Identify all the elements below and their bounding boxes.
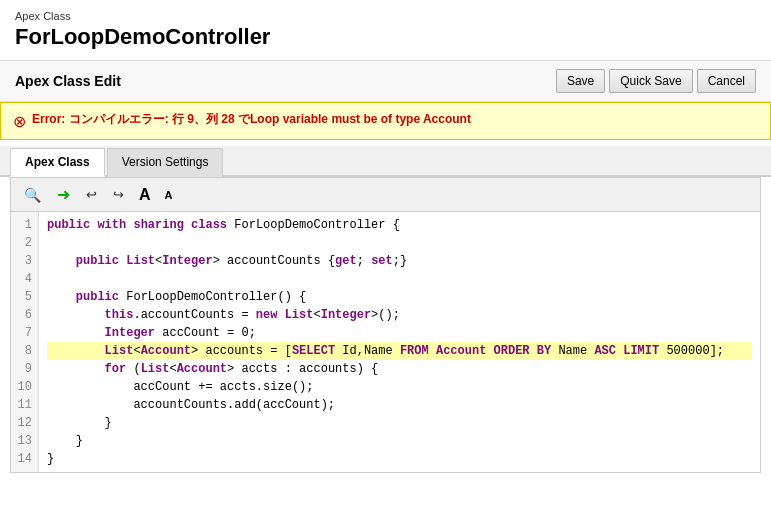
code-line-5: public ForLoopDemoController() {	[47, 288, 752, 306]
code-line-1: public with sharing class ForLoopDemoCon…	[47, 216, 752, 234]
page-title: ForLoopDemoController	[0, 24, 771, 60]
search-icon[interactable]: 🔍	[19, 184, 46, 206]
code-line-8: List<Account> accounts = [SELECT Id,Name…	[47, 342, 752, 360]
breadcrumb: Apex Class	[0, 10, 771, 24]
page-container: Apex Class ForLoopDemoController Apex Cl…	[0, 0, 771, 473]
font-smaller-button[interactable]: A	[161, 187, 177, 203]
editor-toolbar: 🔍 ➜ ↩ ↪ A A	[11, 178, 760, 212]
error-icon: ⊗	[13, 112, 26, 131]
code-editor[interactable]: public with sharing class ForLoopDemoCon…	[39, 212, 760, 472]
code-line-6: this.accountCounts = new List<Integer>()…	[47, 306, 752, 324]
save-button[interactable]: Save	[556, 69, 605, 93]
code-area: 1 2 3 4 5 6 7 8 9 10 11 12 13 14 public …	[11, 212, 760, 472]
code-line-13: }	[47, 432, 752, 450]
tabs-bar: Apex Class Version Settings	[0, 146, 771, 177]
redo-icon[interactable]: ↪	[108, 184, 129, 205]
code-line-11: accountCounts.add(accCount);	[47, 396, 752, 414]
code-line-2	[47, 234, 752, 252]
code-line-14: }	[47, 450, 752, 468]
quick-save-button[interactable]: Quick Save	[609, 69, 692, 93]
line-numbers: 1 2 3 4 5 6 7 8 9 10 11 12 13 14	[11, 212, 39, 472]
error-bar: ⊗ Error: コンパイルエラー: 行 9、列 28 でLoop variab…	[0, 102, 771, 140]
editor-container: 🔍 ➜ ↩ ↪ A A 1 2 3 4 5 6 7 8 9 10 11 12 1…	[10, 177, 761, 473]
code-line-3: public List<Integer> accountCounts {get;…	[47, 252, 752, 270]
error-text: Error: コンパイルエラー: 行 9、列 28 でLoop variable…	[32, 111, 471, 128]
tab-version-settings[interactable]: Version Settings	[107, 148, 224, 177]
arrow-right-icon[interactable]: ➜	[52, 182, 75, 207]
font-larger-button[interactable]: A	[135, 184, 155, 206]
code-line-9: for (List<Account> accts : accounts) {	[47, 360, 752, 378]
code-line-10: accCount += accts.size();	[47, 378, 752, 396]
cancel-button[interactable]: Cancel	[697, 69, 756, 93]
tab-apex-class[interactable]: Apex Class	[10, 148, 105, 177]
code-line-12: }	[47, 414, 752, 432]
code-line-4	[47, 270, 752, 288]
header-label: Apex Class Edit	[15, 73, 556, 89]
action-buttons: Save Quick Save Cancel	[556, 69, 756, 93]
header-bar: Apex Class Edit Save Quick Save Cancel	[0, 60, 771, 102]
code-line-7: Integer accCount = 0;	[47, 324, 752, 342]
undo-icon[interactable]: ↩	[81, 184, 102, 205]
